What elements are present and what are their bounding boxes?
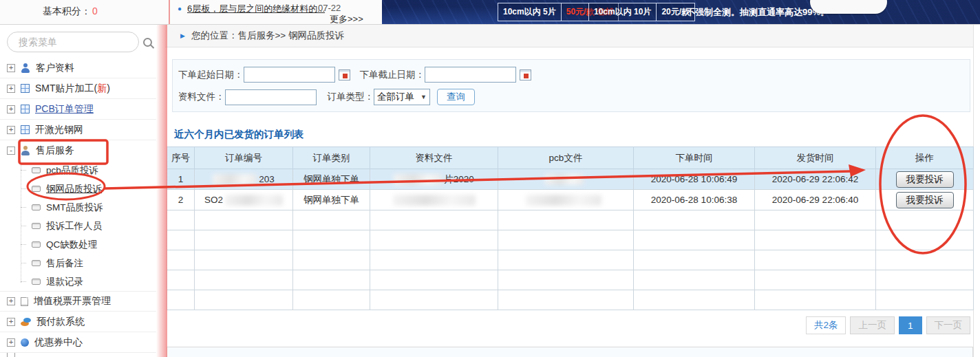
orders-table: 序号 订单编号 订单类别 资料文件 pcb文件 下单时间 发货时间 操作 1 2… (167, 147, 974, 310)
table-row-empty (167, 230, 974, 250)
grid-icon (21, 125, 30, 134)
complain-button[interactable]: 我要投诉 (896, 171, 954, 188)
promo-banner: 10cm以内 5片 50元/款 包邮 10cm以内 10片 20元/款 不强制全… (382, 0, 980, 24)
expand-plus-icon[interactable]: + (7, 297, 15, 305)
search-input[interactable] (19, 36, 143, 47)
col-header-pcb-file: pcb文件 (498, 147, 634, 169)
empty-cell (293, 250, 370, 270)
promo-cta-button[interactable] (810, 0, 887, 14)
empty-cell (370, 230, 498, 250)
empty-cell (167, 210, 195, 230)
table-row-empty (167, 250, 974, 270)
sidebar-item-prepay[interactable]: + 预付款系统 (0, 312, 156, 332)
expand-plus-icon[interactable]: + (7, 338, 15, 347)
calendar-icon[interactable] (520, 69, 531, 80)
redacted-blur (394, 174, 442, 185)
cell-pcb-file (498, 190, 634, 210)
news-bullet-icon: ● (178, 5, 182, 12)
sidebar-item-stencil-complaint[interactable]: 钢网品质投诉 (21, 180, 156, 198)
cell-type: 钢网单独下单 (293, 169, 370, 190)
sidebar-item-complaint-staff[interactable]: 投诉工作人员 (21, 217, 156, 235)
expand-plus-icon[interactable]: + (7, 318, 15, 326)
list-icon (32, 186, 41, 192)
empty-cell (370, 290, 498, 310)
sidebar-item-label: 优惠券中心 (34, 336, 83, 349)
news-link[interactable]: 6层板，层与层之间的绝缘材料的... (187, 3, 325, 15)
calendar-icon[interactable] (339, 69, 350, 80)
empty-cell (167, 230, 195, 250)
sidebar-item-laser-stencil[interactable]: + 开激光钢网 (0, 120, 156, 140)
bottom-panel (167, 347, 973, 357)
pagination: 共2条 上一页 1 下一页 (806, 316, 970, 334)
table-row-empty (167, 210, 974, 230)
cell-ship-time: 2020-06-29 22:06:42 (755, 169, 876, 190)
empty-cell (498, 270, 634, 290)
end-date-input[interactable] (425, 67, 516, 83)
empty-cell (634, 210, 755, 230)
sidebar-item-label: 客户资料 (36, 62, 74, 74)
empty-cell (634, 290, 755, 310)
person-icon (21, 63, 30, 73)
sidebar-item-refund-record[interactable]: 退款记录 (21, 272, 156, 291)
order-type-select[interactable]: 全部订单 ▼ (374, 89, 430, 105)
empty-cell (167, 250, 195, 270)
prev-page-button[interactable]: 上一页 (850, 316, 895, 334)
cell-type: 钢网单独下单 (293, 190, 370, 210)
list-icon (32, 167, 41, 173)
empty-cell (755, 210, 876, 230)
current-page-button[interactable]: 1 (899, 316, 922, 334)
sidebar-item-label: 售后备注 (46, 257, 83, 270)
news-more-link[interactable]: 更多>>> (330, 13, 363, 25)
empty-cell (498, 230, 634, 250)
expand-plus-icon[interactable]: + (7, 105, 15, 113)
expand-plus-icon[interactable]: + (7, 126, 15, 134)
empty-cell (498, 250, 634, 270)
sidebar-item-smt-complaint[interactable]: SMT品质投诉 (21, 198, 156, 217)
sidebar-item-partial[interactable] (0, 353, 156, 357)
empty-cell (293, 210, 370, 230)
redacted-blur (526, 195, 601, 206)
table-row-empty (167, 290, 974, 310)
next-page-button[interactable]: 下一页 (926, 316, 971, 334)
expand-minus-icon[interactable]: - (7, 147, 15, 155)
main-content: ▶ 您的位置：售后服务>> 钢网品质投诉 下单起始日期： 下单截止日期： 资料文… (165, 25, 980, 357)
start-date-input[interactable] (244, 67, 335, 83)
table-title: 近六个月内已发货的订单列表 (174, 128, 304, 141)
sidebar-item-after-sales[interactable]: - 售后服务 (0, 140, 156, 161)
sidebar-item-customer[interactable]: + 客户资料 (0, 58, 156, 78)
query-button[interactable]: 查询 (437, 89, 475, 105)
sidebar-item-pcb-orders[interactable]: + PCB订单管理 (0, 99, 156, 120)
form-row-dates: 下单起始日期： 下单截止日期： (178, 67, 531, 83)
file-label: 资料文件： (178, 91, 225, 103)
cell-action: 我要投诉 (876, 169, 974, 190)
expand-plus-icon[interactable]: + (7, 85, 15, 93)
empty-cell (370, 210, 498, 230)
search-icon[interactable] (143, 38, 152, 47)
sidebar-item-label: 预付款系统 (36, 316, 85, 328)
sidebar-item-pcb-complaint[interactable]: pcb品质投诉 (21, 161, 156, 180)
redacted-blur (225, 195, 283, 206)
sidebar-item-invoice[interactable]: + 增值税票开票管理 (0, 291, 156, 312)
sidebar: + 客户资料 + SMT贴片加工(新) + PCB订单管理 + 开激光钢网 - … (0, 25, 165, 357)
file-input[interactable] (225, 89, 317, 105)
cell-file: 片2020 (370, 169, 498, 190)
expand-plus-icon[interactable]: + (7, 64, 15, 72)
sidebar-item-coupon[interactable]: + 优惠券中心 (0, 332, 156, 353)
table-row: 1 203 钢网单独下单 片2020 2020-06-28 10:06:49 2… (167, 169, 974, 190)
cell-order-time: 2020-06-28 10:06:38 (634, 190, 755, 210)
sidebar-item-qc-shortage[interactable]: QC缺数处理 (21, 235, 156, 254)
sidebar-item-smt[interactable]: + SMT贴片加工(新) (0, 78, 156, 99)
cell-ship-time: 2020-06-29 22:06:40 (755, 190, 876, 210)
sidebar-item-label: SMT贴片加工(新) (35, 83, 110, 95)
empty-cell (634, 230, 755, 250)
empty-cell (195, 250, 293, 270)
sidebar-item-after-sales-note[interactable]: 售后备注 (21, 254, 156, 272)
cell-no: 1 (167, 169, 195, 190)
list-icon (32, 204, 41, 210)
promo-offer-2: 10cm以内 10片 20元/款 (588, 3, 695, 21)
offer1-qty: 10cm以内 5片 (498, 3, 561, 21)
sidebar-item-label: pcb品质投诉 (46, 164, 98, 177)
sidebar-search-box[interactable] (7, 32, 139, 52)
complain-button[interactable]: 我要投诉 (896, 192, 954, 208)
empty-cell (167, 290, 195, 310)
